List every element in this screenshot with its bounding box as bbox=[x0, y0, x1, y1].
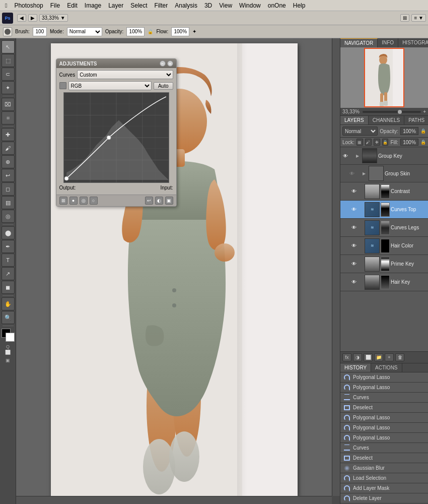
type-tool[interactable]: T bbox=[2, 254, 15, 267]
selection-tool[interactable]: ⬚ bbox=[2, 54, 15, 67]
lock-transparent-pixels[interactable]: ▦ bbox=[356, 139, 363, 146]
panel-minimize-btn[interactable]: − bbox=[160, 60, 166, 67]
history-item-3[interactable]: Deselect bbox=[340, 403, 428, 413]
horizontal-scrollbar[interactable] bbox=[16, 496, 332, 504]
history-brush-tool[interactable]: ↩ bbox=[2, 169, 15, 182]
history-item-7[interactable]: Curves bbox=[340, 443, 428, 453]
lock-image-pixels[interactable]: 🖌 bbox=[365, 139, 372, 146]
nav-forward-button[interactable]: ▶ bbox=[28, 14, 37, 22]
dodge-tool[interactable]: ⬤ bbox=[2, 226, 15, 239]
layer-expand-arrow-2[interactable]: ▶ bbox=[363, 171, 368, 176]
fill-input[interactable] bbox=[400, 139, 418, 146]
nav-zoom-in-icon[interactable]: + bbox=[423, 109, 426, 114]
tab-info[interactable]: INFO bbox=[378, 38, 398, 47]
history-item-9[interactable]: Gaussian Blur bbox=[340, 463, 428, 473]
curves-auto-button[interactable]: Auto bbox=[154, 82, 173, 90]
layer-expand-arrow[interactable]: ▶ bbox=[356, 154, 361, 158]
menu-window[interactable]: Window bbox=[236, 2, 264, 10]
menu-image[interactable]: Image bbox=[82, 2, 104, 10]
crop-tool[interactable]: ⌧ bbox=[2, 98, 15, 111]
curves-eyedropper-shadow[interactable]: ● bbox=[69, 197, 78, 205]
color-swatch[interactable] bbox=[2, 329, 15, 342]
menu-layer[interactable]: Layer bbox=[105, 2, 126, 10]
tab-navigator[interactable]: NAVIGATOR bbox=[340, 38, 378, 47]
layer-item-group-skin[interactable]: 👁 ▶ Group Skin bbox=[340, 165, 428, 182]
blur-tool[interactable]: ◎ bbox=[2, 210, 15, 223]
canvas-area[interactable]: ADJUSTMENTS − × Curves Custom bbox=[16, 38, 340, 504]
menu-filter[interactable]: Filter bbox=[152, 2, 171, 10]
fx-button[interactable]: fx bbox=[342, 353, 351, 361]
tab-actions[interactable]: ACTIONS bbox=[371, 363, 402, 372]
path-select-tool[interactable]: ↗ bbox=[2, 267, 15, 280]
workspace-button[interactable]: ≡ ▼ bbox=[411, 14, 426, 22]
curves-preset-icon[interactable]: ⊞ bbox=[59, 197, 67, 205]
flow-input[interactable] bbox=[171, 27, 189, 36]
tab-paths[interactable]: PATHS bbox=[404, 116, 428, 124]
history-item-6[interactable]: Polygonal Lasso bbox=[340, 433, 428, 443]
history-item-2[interactable]: Curves bbox=[340, 393, 428, 403]
nav-back-button[interactable]: ◀ bbox=[17, 14, 26, 22]
mode-select[interactable]: Normal bbox=[67, 27, 102, 36]
add-mask-button[interactable]: ⬜ bbox=[364, 353, 373, 361]
layer-item-curves-top[interactable]: 👁 ≋ Curves Top bbox=[340, 201, 428, 219]
pen-tool[interactable]: ✒ bbox=[2, 240, 15, 253]
curves-eyedropper-hi[interactable]: ○ bbox=[90, 197, 98, 205]
menu-analysis[interactable]: Analysis bbox=[172, 2, 200, 10]
lock-position[interactable]: ✚ bbox=[374, 139, 380, 146]
menu-select[interactable]: Select bbox=[127, 2, 150, 10]
curves-preset-select[interactable]: Custom bbox=[77, 70, 173, 79]
curves-reset-icon[interactable]: ↩ bbox=[145, 197, 153, 205]
menu-edit[interactable]: Edit bbox=[64, 2, 81, 10]
delete-layer-button[interactable]: 🗑 bbox=[395, 353, 404, 361]
tab-histogram[interactable]: HISTOGRAM bbox=[398, 38, 428, 47]
layer-eye-hair-color[interactable]: 👁 bbox=[350, 242, 358, 249]
menu-help[interactable]: Help bbox=[290, 2, 309, 10]
layer-item-group-key[interactable]: 👁 ▶ Group Key bbox=[340, 147, 428, 165]
nav-zoom-slider[interactable] bbox=[363, 111, 421, 113]
history-item-8[interactable]: Deselect bbox=[340, 453, 428, 463]
layer-eye-group-key[interactable]: 👁 bbox=[342, 152, 349, 159]
menu-photoshop[interactable]: Photoshop bbox=[11, 2, 46, 10]
apple-menu[interactable]:  bbox=[2, 2, 10, 10]
menu-onone[interactable]: onOne bbox=[265, 2, 289, 10]
history-item-5[interactable]: Polygonal Lasso bbox=[340, 423, 428, 433]
layer-item-contrast[interactable]: 👁 Contrast bbox=[340, 182, 428, 201]
menu-file[interactable]: File bbox=[47, 2, 63, 10]
layer-eye-prime-key[interactable]: 👁 bbox=[350, 261, 358, 268]
wand-tool[interactable]: ✦ bbox=[2, 81, 15, 94]
brush-preview[interactable] bbox=[3, 27, 12, 36]
tab-layers[interactable]: LAYERS bbox=[340, 116, 369, 124]
layer-eye-hair-key[interactable]: 👁 bbox=[350, 279, 358, 286]
brush-tool[interactable]: 🖌 bbox=[2, 142, 15, 155]
lasso-tool[interactable]: ⊂ bbox=[2, 68, 15, 81]
layer-eye-group-skin[interactable]: 👁 bbox=[348, 170, 355, 177]
opacity-input[interactable] bbox=[126, 27, 145, 36]
new-layer-button[interactable]: + bbox=[385, 353, 394, 361]
history-item-0[interactable]: Polygonal Lasso bbox=[340, 372, 428, 383]
history-item-11[interactable]: Add Layer Mask bbox=[340, 483, 428, 493]
curves-visibility-icon[interactable]: ◐ bbox=[155, 197, 163, 205]
screen-mode[interactable]: ▣ bbox=[6, 358, 10, 363]
curves-graph[interactable] bbox=[63, 92, 169, 183]
arrange-button[interactable]: ⊞ bbox=[400, 14, 409, 22]
curves-channel-select[interactable]: RGB bbox=[68, 81, 152, 90]
slice-tool[interactable]: ⌗ bbox=[2, 111, 15, 124]
opacity-input[interactable] bbox=[400, 127, 418, 135]
brush-size-input[interactable] bbox=[33, 27, 47, 36]
tab-channels[interactable]: CHANNELS bbox=[369, 116, 404, 124]
zoom-display[interactable]: 33,33% ▼ bbox=[39, 14, 68, 22]
new-fill-adjustment-button[interactable]: ◑ bbox=[353, 353, 362, 361]
layer-item-prime-key[interactable]: 👁 Prime Key bbox=[340, 255, 428, 273]
layer-item-curves-legs[interactable]: 👁 ≋ Curves Legs bbox=[340, 219, 428, 237]
layer-item-hair-key[interactable]: 👁 Hair Key bbox=[340, 273, 428, 291]
history-item-12[interactable]: Delete Layer bbox=[340, 493, 428, 503]
healing-tool[interactable]: ✚ bbox=[2, 128, 15, 141]
gradient-tool[interactable]: ▤ bbox=[2, 196, 15, 209]
move-tool[interactable]: ↖ bbox=[2, 40, 15, 53]
zoom-tool[interactable]: 🔍 bbox=[2, 311, 15, 324]
nav-zoom-thumb[interactable] bbox=[398, 110, 402, 114]
layer-eye-contrast[interactable]: 👁 bbox=[350, 188, 358, 195]
blend-mode-select[interactable]: Normal bbox=[342, 127, 378, 136]
layer-eye-curves-legs[interactable]: 👁 bbox=[350, 224, 358, 231]
shape-tool[interactable]: ◼ bbox=[2, 281, 15, 294]
